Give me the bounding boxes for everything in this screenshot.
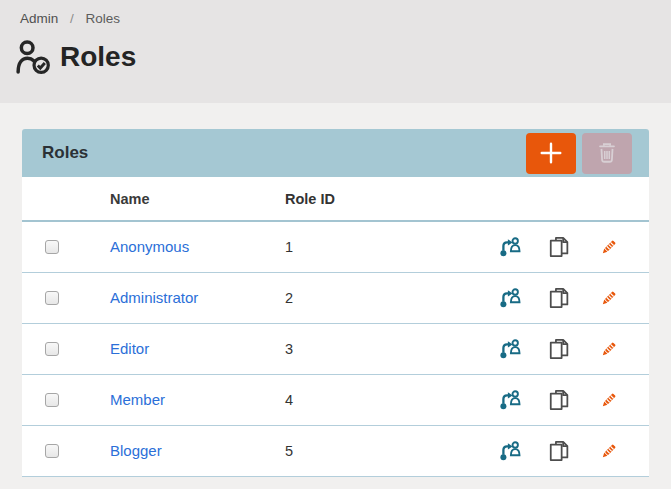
breadcrumb: Admin / Roles — [20, 11, 671, 26]
duplicate-icon[interactable] — [548, 235, 570, 259]
row-checkbox[interactable] — [45, 393, 59, 407]
row-id-cell: 2 — [262, 290, 499, 306]
assign-members-icon[interactable] — [499, 439, 521, 463]
page-title: Roles — [60, 41, 136, 73]
row-actions-cell — [499, 235, 649, 259]
duplicate-icon[interactable] — [548, 388, 570, 412]
edit-icon[interactable] — [597, 286, 619, 310]
row-checkbox-cell — [22, 291, 87, 305]
duplicate-icon[interactable] — [548, 337, 570, 361]
page-title-row: Roles — [14, 39, 671, 74]
table-header-row: Name Role ID — [22, 177, 649, 222]
row-checkbox-cell — [22, 393, 87, 407]
row-actions-cell — [499, 337, 649, 361]
panel-title: Roles — [42, 143, 88, 163]
row-checkbox-cell — [22, 240, 87, 254]
role-id-value: 3 — [285, 341, 293, 357]
row-id-cell: 1 — [262, 239, 499, 255]
page-header: Admin / Roles Roles — [0, 0, 671, 103]
table-row: Anonymous 1 — [22, 222, 649, 273]
table-row: Editor 3 — [22, 324, 649, 375]
role-name-link[interactable]: Anonymous — [110, 238, 189, 255]
table-body: Anonymous 1 — [22, 222, 649, 477]
row-checkbox-cell — [22, 342, 87, 356]
edit-icon[interactable] — [597, 439, 619, 463]
trash-icon — [595, 141, 619, 165]
row-name-cell: Blogger — [87, 442, 262, 460]
row-id-cell: 5 — [262, 443, 499, 459]
role-id-value: 4 — [285, 392, 293, 408]
table-row: Administrator 2 — [22, 273, 649, 324]
screen: Admin / Roles Roles Roles — [0, 0, 671, 489]
row-id-cell: 3 — [262, 341, 499, 357]
row-checkbox[interactable] — [45, 291, 59, 305]
breadcrumb-current: Roles — [86, 11, 121, 26]
row-checkbox[interactable] — [45, 444, 59, 458]
row-checkbox-cell — [22, 444, 87, 458]
assign-members-icon[interactable] — [499, 388, 521, 412]
panel-header: Roles — [22, 129, 649, 177]
row-name-cell: Anonymous — [87, 238, 262, 256]
delete-roles-button[interactable] — [582, 133, 632, 174]
user-check-icon — [14, 39, 52, 74]
column-header-name: Name — [87, 191, 262, 207]
row-actions-cell — [499, 439, 649, 463]
row-actions-cell — [499, 388, 649, 412]
main-content: Roles — [0, 103, 671, 477]
role-name-link[interactable]: Blogger — [110, 442, 162, 459]
add-role-button[interactable] — [526, 133, 576, 174]
duplicate-icon[interactable] — [548, 439, 570, 463]
breadcrumb-separator: / — [70, 11, 74, 26]
role-name-link[interactable]: Member — [110, 391, 165, 408]
table-row: Blogger 5 — [22, 426, 649, 477]
row-actions-cell — [499, 286, 649, 310]
assign-members-icon[interactable] — [499, 337, 521, 361]
breadcrumb-link-admin[interactable]: Admin — [20, 11, 58, 26]
roles-panel: Roles — [22, 129, 649, 477]
row-checkbox[interactable] — [45, 240, 59, 254]
role-name-link[interactable]: Administrator — [110, 289, 198, 306]
role-id-value: 2 — [285, 290, 293, 306]
roles-table: Name Role ID Anonymous 1 — [22, 177, 649, 477]
row-checkbox[interactable] — [45, 342, 59, 356]
panel-toolbar — [526, 133, 632, 174]
role-id-value: 5 — [285, 443, 293, 459]
assign-members-icon[interactable] — [499, 235, 521, 259]
column-header-role-id: Role ID — [262, 191, 619, 207]
row-name-cell: Administrator — [87, 289, 262, 307]
plus-icon — [539, 141, 563, 165]
assign-members-icon[interactable] — [499, 286, 521, 310]
edit-icon[interactable] — [597, 388, 619, 412]
table-row: Member 4 — [22, 375, 649, 426]
edit-icon[interactable] — [597, 235, 619, 259]
row-name-cell: Editor — [87, 340, 262, 358]
role-name-link[interactable]: Editor — [110, 340, 149, 357]
duplicate-icon[interactable] — [548, 286, 570, 310]
edit-icon[interactable] — [597, 337, 619, 361]
row-name-cell: Member — [87, 391, 262, 409]
row-id-cell: 4 — [262, 392, 499, 408]
role-id-value: 1 — [285, 239, 293, 255]
